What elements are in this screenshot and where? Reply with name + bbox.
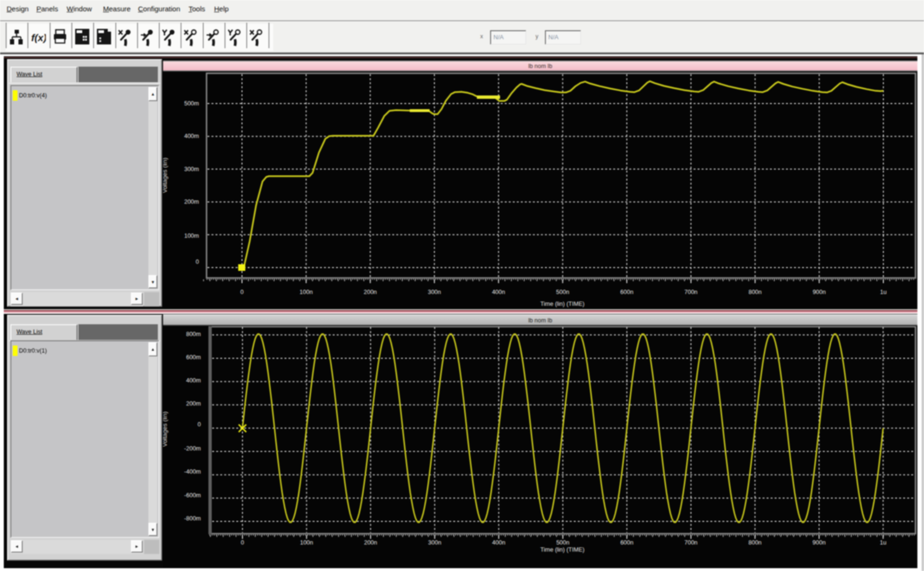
- svg-text:100n: 100n: [300, 539, 313, 546]
- svg-text:500m: 500m: [184, 100, 199, 107]
- svg-text:200m: 200m: [186, 400, 201, 407]
- svg-text:400m: 400m: [186, 377, 201, 384]
- svg-text:700n: 700n: [684, 289, 698, 295]
- svg-text:200n: 200n: [364, 539, 377, 546]
- svg-text:100n: 100n: [300, 289, 313, 295]
- svg-text:300m: 300m: [184, 166, 199, 173]
- svg-text:600n: 600n: [620, 539, 633, 546]
- svg-text:0: 0: [241, 289, 244, 295]
- svg-text:500n: 500n: [556, 539, 570, 546]
- svg-text:Voltages (lin): Voltages (lin): [163, 157, 168, 193]
- svg-text:100m: 100m: [184, 233, 199, 239]
- svg-text:500n: 500n: [556, 289, 570, 295]
- svg-text:200n: 200n: [363, 289, 377, 295]
- svg-text:-400m: -400m: [184, 468, 201, 475]
- svg-text:600n: 600n: [620, 289, 633, 295]
- svg-text:800n: 800n: [748, 539, 761, 546]
- svg-text:0: 0: [196, 259, 199, 265]
- svg-text:-800m: -800m: [184, 515, 201, 522]
- svg-text:400n: 400n: [492, 289, 505, 295]
- svg-text:0: 0: [198, 421, 201, 428]
- svg-text:300n: 300n: [428, 539, 441, 546]
- svg-text:Time (lin) (TIME): Time (lin) (TIME): [540, 301, 584, 307]
- svg-text:800n: 800n: [749, 289, 762, 295]
- svg-text:900n: 900n: [812, 539, 826, 546]
- svg-text:f(x): f(x): [31, 32, 46, 43]
- svg-text:Voltages (lin): Voltages (lin): [163, 411, 168, 447]
- svg-text:1u: 1u: [880, 289, 887, 295]
- svg-text:0: 0: [241, 539, 244, 546]
- svg-text:700n: 700n: [684, 539, 698, 546]
- svg-text:800m: 800m: [186, 331, 201, 337]
- svg-text:300n: 300n: [428, 289, 441, 295]
- svg-text:-200m: -200m: [184, 445, 201, 452]
- svg-text:900n: 900n: [812, 289, 826, 295]
- svg-text:400n: 400n: [492, 539, 505, 546]
- svg-text:1u: 1u: [880, 539, 887, 546]
- svg-text:200m: 200m: [184, 199, 199, 205]
- svg-text:Time (lin) (TIME): Time (lin) (TIME): [540, 546, 584, 553]
- svg-text:400m: 400m: [184, 133, 199, 139]
- svg-text:-600m: -600m: [184, 492, 201, 499]
- svg-text:600m: 600m: [186, 354, 201, 361]
